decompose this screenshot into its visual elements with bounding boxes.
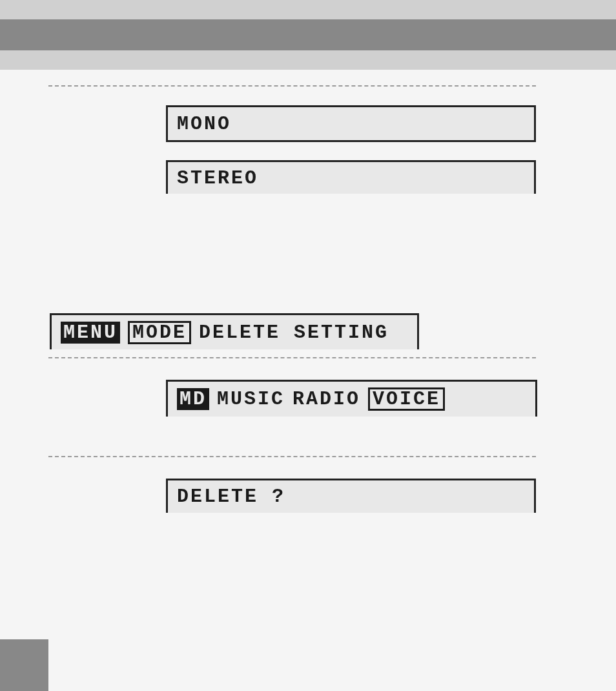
divider-1 [48,85,536,87]
mode-voice-label: VOICE [368,387,445,411]
md-tag-icon: MD [177,388,209,410]
delete-setting-label: DELETE SETTING [199,322,389,344]
delete-setting-row[interactable]: MENU MODE DELETE SETTING [50,313,419,349]
menu-tag-icon: MENU [61,322,120,344]
footer-tab [0,639,48,691]
option-mono[interactable]: MONO [166,105,536,142]
delete-confirm-row[interactable]: DELETE ? [166,479,536,513]
header-band-dark [0,19,616,50]
option-stereo[interactable]: STEREO [166,160,536,194]
delete-confirm-label: DELETE ? [177,486,285,508]
option-stereo-label: STEREO [177,167,258,189]
mode-radio-label: RADIO [293,388,360,410]
divider-2 [48,357,536,358]
mode-tag-icon: MODE [128,321,191,344]
option-mono-label: MONO [177,113,231,135]
mode-music-label: MUSIC [217,388,285,410]
divider-3 [48,456,536,457]
mode-options-row[interactable]: MD MUSIC RADIO VOICE [166,380,537,417]
